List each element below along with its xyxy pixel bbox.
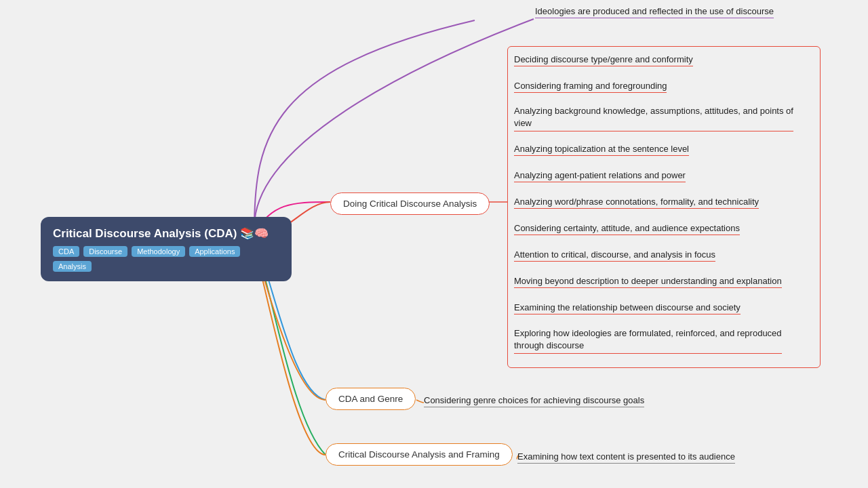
center-node-title: Critical Discourse Analysis (CDA) 📚🧠 <box>53 226 279 241</box>
center-node[interactable]: Critical Discourse Analysis (CDA) 📚🧠 CDA… <box>41 217 292 281</box>
leaf-9: Moving beyond description to deeper unde… <box>514 276 782 288</box>
leaf-11: Exploring how ideologies are formulated,… <box>514 327 782 354</box>
leaf-1: Deciding discourse type/genre and confor… <box>514 54 693 66</box>
leaf-7: Considering certainty, attitude, and aud… <box>514 223 740 235</box>
tag-cda: CDA <box>53 246 79 257</box>
leaf-5: Analyzing agent-patient relations and po… <box>514 170 686 182</box>
branch-cda-framing[interactable]: Critical Discourse Analysis and Framing <box>326 443 513 466</box>
leaf-3: Analyzing background knowledge, assumpti… <box>514 105 793 131</box>
branch-doing-cda[interactable]: Doing Critical Discourse Analysis <box>330 192 490 215</box>
leaf-6: Analyzing word/phrase connotations, form… <box>514 197 759 209</box>
leaf-2: Considering framing and foregrounding <box>514 81 667 93</box>
leaf-10: Examining the relationship between disco… <box>514 302 741 314</box>
leaf-4: Analyzing topicalization at the sentence… <box>514 144 689 156</box>
leaf-genre: Considering genre choices for achieving … <box>424 395 644 407</box>
tag-applications: Applications <box>189 246 240 257</box>
top-leaf-item: Ideologies are produced and reflected in… <box>535 6 774 18</box>
leaf-framing: Examining how text content is presented … <box>517 451 735 464</box>
leaf-8: Attention to critical, discourse, and an… <box>514 249 715 262</box>
mind-map-canvas: Critical Discourse Analysis (CDA) 📚🧠 CDA… <box>0 0 868 488</box>
tag-methodology: Methodology <box>132 246 185 257</box>
tag-discourse: Discourse <box>83 246 127 257</box>
tag-analysis: Analysis <box>53 261 92 272</box>
branch-cda-genre[interactable]: CDA and Genre <box>326 388 416 410</box>
center-node-tags: CDA Discourse Methodology Applications A… <box>53 246 279 272</box>
